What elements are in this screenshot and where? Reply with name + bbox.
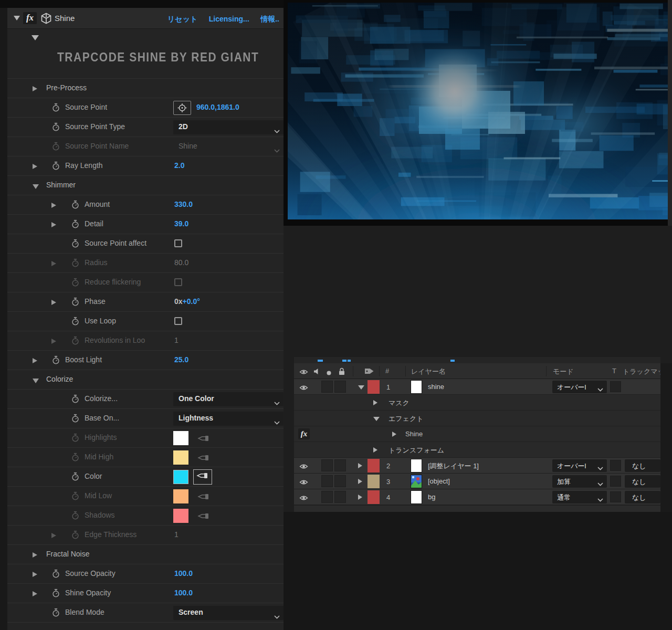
eyedropper-icon[interactable] [197, 454, 210, 464]
timeline-layer-row[interactable]: 3 [object] 加算 なし [294, 474, 660, 489]
stopwatch-icon[interactable] [71, 453, 80, 464]
t-switch-cell[interactable] [610, 381, 621, 392]
video-eye-icon[interactable] [299, 369, 308, 376]
solo-switch-cell[interactable] [334, 491, 346, 503]
eye-icon[interactable] [299, 384, 308, 392]
eye-icon[interactable] [299, 479, 308, 487]
property-checkbox[interactable] [174, 317, 182, 325]
blend-mode-dropdown[interactable]: 加算 [552, 475, 607, 488]
track-matte-dropdown[interactable]: なし [625, 459, 660, 472]
eyedropper-icon[interactable] [197, 434, 210, 444]
expand-arrow-icon[interactable] [51, 203, 56, 208]
t-switch-cell[interactable] [610, 460, 621, 471]
stopwatch-icon[interactable] [71, 258, 80, 270]
stopwatch-icon[interactable] [71, 491, 80, 503]
info-link[interactable]: 情報.. [260, 15, 279, 23]
blend-mode-dropdown[interactable]: オーバーl [552, 459, 607, 472]
property-checkbox[interactable] [174, 278, 182, 286]
point-picker-button[interactable] [173, 101, 191, 115]
group-label[interactable]: Shine [405, 430, 423, 438]
expand-arrow-icon[interactable] [51, 533, 56, 538]
reset-link[interactable]: リセット [167, 15, 197, 23]
stopwatch-icon[interactable] [71, 239, 80, 250]
track-matte-dropdown[interactable]: なし [625, 475, 660, 488]
t-switch-cell[interactable] [610, 491, 621, 502]
blend-mode-dropdown[interactable]: オーバーl [552, 381, 607, 393]
color-swatch[interactable] [173, 489, 188, 503]
property-value[interactable]: 100.0 [174, 589, 193, 597]
stopwatch-icon[interactable] [51, 608, 60, 620]
fx-badge-icon[interactable]: fx [298, 428, 310, 439]
property-dropdown[interactable]: Screen [173, 606, 284, 620]
layer-expander-icon[interactable] [358, 479, 362, 484]
stopwatch-icon[interactable] [71, 317, 80, 328]
property-value[interactable]: 80.0 [174, 258, 188, 267]
t-switch-cell[interactable] [610, 476, 621, 487]
stopwatch-icon[interactable] [71, 433, 80, 445]
group-label[interactable]: エフェクト [388, 414, 424, 424]
expand-arrow-icon[interactable] [33, 591, 37, 596]
solo-switch-cell[interactable] [334, 459, 346, 471]
stopwatch-icon[interactable] [71, 219, 80, 231]
stopwatch-icon[interactable] [71, 394, 80, 406]
expand-arrow-icon[interactable] [33, 164, 37, 169]
layer-name[interactable]: shine [428, 383, 444, 391]
expand-arrow-icon[interactable] [373, 400, 377, 405]
expand-arrow-icon[interactable] [51, 222, 56, 227]
collapse-arrow-icon[interactable] [373, 417, 380, 421]
stopwatch-icon[interactable] [51, 142, 60, 153]
lock-icon[interactable] [338, 368, 345, 377]
eyedropper-icon[interactable] [197, 492, 210, 502]
layer-expander-icon[interactable] [358, 463, 362, 468]
group-label[interactable]: トランスフォーム [388, 446, 444, 455]
stopwatch-icon[interactable] [71, 414, 80, 425]
property-value[interactable]: 25.0 [174, 355, 188, 364]
stopwatch-icon[interactable] [51, 569, 60, 581]
layer-name[interactable]: bg [428, 493, 435, 501]
stopwatch-icon[interactable] [51, 589, 60, 600]
group-label[interactable]: マスク [388, 398, 410, 408]
stopwatch-icon[interactable] [71, 511, 80, 522]
audio-switch-cell[interactable] [321, 475, 333, 487]
collapse-arrow-icon[interactable] [33, 379, 39, 383]
property-dropdown[interactable]: Lightness [173, 412, 284, 426]
timeline-layer-row[interactable]: 1shine オーバーl [294, 379, 660, 395]
expand-arrow-icon[interactable] [51, 300, 56, 305]
timeline-layer-row[interactable]: 2[調整レイヤー 1] オーバーl なし [294, 458, 660, 474]
property-dropdown[interactable]: 2D [173, 120, 284, 134]
layer-expander-icon[interactable] [358, 385, 364, 390]
expand-arrow-icon[interactable] [33, 572, 37, 577]
expand-arrow-icon[interactable] [51, 261, 56, 266]
property-value[interactable]: 1 [174, 336, 178, 344]
label-tag-icon[interactable] [364, 368, 374, 376]
audio-switch-cell[interactable] [321, 459, 333, 471]
solo-switch-cell[interactable] [334, 475, 346, 487]
stopwatch-icon[interactable] [51, 355, 60, 367]
stopwatch-icon[interactable] [51, 161, 60, 173]
solo-icon[interactable] [327, 369, 331, 377]
layer-name[interactable]: [object] [428, 477, 450, 485]
blend-mode-dropdown[interactable]: 通常 [552, 491, 607, 503]
color-swatch[interactable] [173, 431, 188, 445]
stopwatch-icon[interactable] [51, 122, 60, 134]
expand-arrow-icon[interactable] [33, 86, 37, 91]
property-value[interactable]: 1 [174, 530, 178, 539]
stopwatch-icon[interactable] [71, 200, 80, 212]
stopwatch-icon[interactable] [71, 336, 80, 348]
property-dropdown[interactable]: One Color [173, 392, 284, 406]
eye-icon[interactable] [299, 463, 308, 471]
collapse-arrow-icon[interactable] [33, 184, 39, 189]
stopwatch-icon[interactable] [71, 278, 80, 289]
banner-collapse-icon[interactable] [32, 35, 39, 40]
color-swatch[interactable] [173, 470, 188, 484]
label-color-chip[interactable] [368, 380, 380, 394]
color-swatch[interactable] [173, 509, 188, 523]
expand-arrow-icon[interactable] [33, 358, 37, 363]
timeline-layer-row[interactable]: 4bg 通常 なし [294, 489, 660, 505]
effect-collapse-icon[interactable] [14, 16, 20, 20]
property-value[interactable]: 39.0 [174, 219, 188, 228]
label-color-chip[interactable] [368, 475, 380, 488]
audio-speaker-icon[interactable] [313, 368, 320, 376]
point-value[interactable]: 960.0,1861.0 [196, 103, 239, 111]
layer-expander-icon[interactable] [358, 495, 362, 500]
